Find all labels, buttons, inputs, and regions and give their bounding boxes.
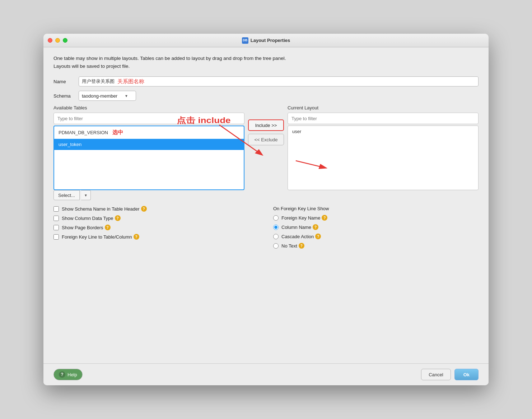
available-tables-list: PDMAN_DB_VERSION 选中 user_token <box>53 126 244 190</box>
selected-annotation: 选中 <box>112 129 123 135</box>
ok-button[interactable]: Ok <box>454 369 479 380</box>
checkbox-show-schema-label: Show Schema Name in Table Header ? <box>62 206 147 212</box>
layout-item-user[interactable]: user <box>288 126 478 137</box>
bottom-right-buttons: Cancel Ok <box>421 369 479 380</box>
radio-foreign-key-name: Foreign Key Name ? <box>273 215 479 221</box>
main-content: One table may show in multiple layouts. … <box>43 47 489 363</box>
name-input-chinese: 用户登录关系图 <box>82 78 115 85</box>
window-title: Layout Properties <box>251 38 290 43</box>
checkbox-show-schema-input[interactable] <box>53 206 59 212</box>
radio-cascade-action-input[interactable] <box>273 234 279 239</box>
radio-section: On Foreign Key Line Show Foreign Key Nam… <box>273 206 479 252</box>
table-item-user-token-name: user_token <box>59 142 81 147</box>
select-dropdown-button[interactable]: ▼ <box>81 190 91 200</box>
name-label: Name <box>53 79 79 84</box>
select-button[interactable]: Select... <box>53 190 80 200</box>
select-row: Select... ▼ <box>53 190 479 200</box>
checkbox-foreign-key-line: Foreign Key Line to Table/Column ? <box>53 234 259 240</box>
table-item-pdman[interactable]: PDMAN_DB_VERSION 选中 <box>54 126 244 139</box>
titlebar: DB Layout Properties <box>43 34 489 47</box>
options-section: Show Schema Name in Table Header ? Show … <box>53 206 479 252</box>
middle-panel: Include >> << Exclude <box>244 105 288 145</box>
radio-foreign-key-name-input[interactable] <box>273 215 279 221</box>
radio-no-text-label: No Text ? <box>281 243 304 249</box>
checkbox-show-page-borders-label: Show Page Borders ? <box>62 225 111 230</box>
checkbox-show-column-type-input[interactable] <box>53 216 59 221</box>
radio-no-text: No Text ? <box>273 243 479 249</box>
help-icon-page-borders[interactable]: ? <box>105 225 111 230</box>
name-row: Name 用户登录关系图 关系图名称 <box>53 76 479 86</box>
checkboxes-section: Show Schema Name in Table Header ? Show … <box>53 206 259 252</box>
description-line1: One table may show in multiple layouts. … <box>53 55 479 62</box>
checkbox-show-page-borders-input[interactable] <box>53 225 59 230</box>
help-button[interactable]: ? Help <box>53 369 83 380</box>
help-icon-column-type[interactable]: ? <box>115 215 121 221</box>
schema-value: taodong-member <box>82 93 117 99</box>
table-item-user-token[interactable]: user_token <box>54 139 244 150</box>
help-icon-schema[interactable]: ? <box>141 206 147 212</box>
radio-column-name: Column Name ? <box>273 224 479 230</box>
minimize-button[interactable] <box>55 38 60 43</box>
available-tables-panel: Available Tables PDMAN_DB_VERSION 选中 use… <box>53 105 244 190</box>
window-title-area: DB Layout Properties <box>242 37 290 44</box>
help-icon-fk-name[interactable]: ? <box>322 215 327 221</box>
close-button[interactable] <box>48 38 52 43</box>
schema-label: Schema <box>53 93 79 99</box>
schema-dropdown-arrow: ▼ <box>125 94 128 98</box>
exclude-button[interactable]: << Exclude <box>248 134 284 145</box>
tables-panel: Available Tables PDMAN_DB_VERSION 选中 use… <box>53 105 479 190</box>
radio-no-text-input[interactable] <box>273 243 279 249</box>
help-icon-no-text[interactable]: ? <box>299 243 304 249</box>
radio-cascade-action: Cascade Action ? <box>273 234 479 239</box>
current-layout-panel: Current Layout user <box>288 105 479 190</box>
help-icon-foreign-key[interactable]: ? <box>134 234 139 240</box>
radio-cascade-action-label: Cascade Action ? <box>281 234 321 239</box>
maximize-button[interactable] <box>63 38 67 43</box>
checkbox-show-page-borders: Show Page Borders ? <box>53 225 259 230</box>
current-layout-label: Current Layout <box>288 105 479 110</box>
current-layout-filter[interactable] <box>288 113 479 124</box>
available-tables-filter[interactable] <box>53 113 244 124</box>
include-button[interactable]: Include >> <box>248 119 284 131</box>
checkbox-foreign-key-line-input[interactable] <box>53 234 59 240</box>
help-icon-cascade[interactable]: ? <box>315 234 321 239</box>
app-icon: DB <box>242 37 248 44</box>
titlebar-controls <box>48 38 67 43</box>
cancel-button[interactable]: Cancel <box>421 369 451 380</box>
table-item-pdman-name: PDMAN_DB_VERSION <box>59 130 108 135</box>
radio-foreign-key-name-label: Foreign Key Name ? <box>281 215 327 221</box>
help-icon-column-name[interactable]: ? <box>313 224 318 230</box>
radio-column-name-input[interactable] <box>273 225 279 230</box>
schema-select[interactable]: taodong-member ▼ <box>79 91 136 101</box>
current-layout-list: user <box>288 126 479 190</box>
name-input-wrapper[interactable]: 用户登录关系图 关系图名称 <box>79 76 479 86</box>
available-tables-label: Available Tables <box>53 105 244 110</box>
foreign-key-section-title: On Foreign Key Line Show <box>273 206 479 211</box>
help-circle-icon: ? <box>59 371 65 378</box>
checkbox-show-column-type: Show Column Data Type ? <box>53 215 259 221</box>
main-window: DB Layout Properties One table may show … <box>43 34 489 385</box>
radio-column-name-label: Column Name ? <box>281 224 318 230</box>
help-label: Help <box>67 372 77 377</box>
checkbox-show-schema: Show Schema Name in Table Header ? <box>53 206 259 212</box>
description-line2: Layouts will be saved to project file. <box>53 62 479 70</box>
layout-item-user-name: user <box>292 129 301 134</box>
description: One table may show in multiple layouts. … <box>53 55 479 70</box>
name-annotation: 关系图名称 <box>117 78 144 85</box>
checkbox-show-column-type-label: Show Column Data Type ? <box>62 215 121 221</box>
bottom-bar: ? Help Cancel Ok <box>43 363 489 385</box>
checkbox-foreign-key-line-label: Foreign Key Line to Table/Column ? <box>62 234 139 240</box>
schema-row: Schema taodong-member ▼ <box>53 91 479 101</box>
